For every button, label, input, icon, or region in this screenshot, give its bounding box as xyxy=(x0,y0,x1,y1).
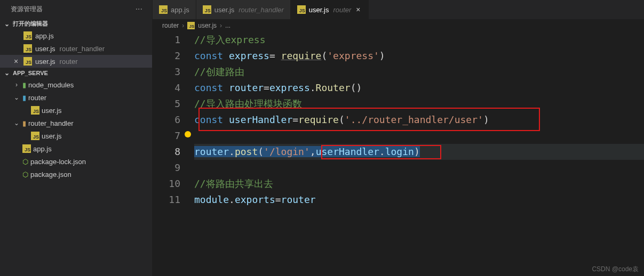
code-comment: //创建路由 xyxy=(194,66,244,77)
tree-file-pkg[interactable]: ⬡ package.json xyxy=(0,168,152,181)
js-icon: JS xyxy=(31,106,39,115)
folder-icon: ▮ xyxy=(22,94,26,102)
folder-icon: ▮ xyxy=(22,119,26,127)
tree-label: user.js xyxy=(42,132,62,140)
js-icon: JS xyxy=(23,31,32,40)
folder-icon: ▮ xyxy=(22,81,26,89)
tab-app-js[interactable]: JS app.js xyxy=(153,0,196,19)
open-editor-item[interactable]: × JS user.js router xyxy=(0,55,152,68)
chevron-down-icon: ⌄ xyxy=(13,94,20,101)
file-name: user.js xyxy=(35,58,55,66)
tree-file-app-js[interactable]: JS app.js xyxy=(0,142,152,155)
tree-label: router_handler xyxy=(28,119,74,127)
project-section[interactable]: ⌄ APP_SERVE xyxy=(0,68,152,78)
lightbulb-icon[interactable] xyxy=(185,131,191,137)
js-icon: JS xyxy=(187,22,195,29)
close-icon[interactable]: × xyxy=(354,5,362,14)
chevron-right-icon: › xyxy=(13,81,20,88)
js-icon: JS xyxy=(297,5,306,14)
tree-label: router xyxy=(28,94,46,102)
node-icon: ⬡ xyxy=(22,158,28,166)
open-editor-item[interactable]: × JS app.js xyxy=(0,29,152,42)
chevron-down-icon: ⌄ xyxy=(3,20,11,28)
js-icon: JS xyxy=(23,57,32,66)
tree-label: node_modules xyxy=(28,81,74,89)
open-editors-section[interactable]: ⌄ 打开的编辑器 xyxy=(0,18,152,29)
chevron-right-icon: › xyxy=(182,22,184,29)
crumb-router[interactable]: router xyxy=(162,22,179,29)
watermark: CSDN @code袁 xyxy=(592,265,639,274)
js-icon: JS xyxy=(159,5,168,14)
explorer-sidebar: 资源管理器 ··· ⌄ 打开的编辑器 × JS app.js × JS user… xyxy=(0,0,153,276)
tab-label: user.js xyxy=(214,6,235,14)
tree-file-rh-user[interactable]: JS user.js xyxy=(0,129,152,142)
code-comment: //将路由共享出去 xyxy=(194,178,273,189)
tree-folder-node-modules[interactable]: › ▮ node_modules xyxy=(0,78,152,91)
tree-label: app.js xyxy=(33,145,52,153)
tree-label: user.js xyxy=(42,107,62,115)
tab-user-router[interactable]: JS user.js router × xyxy=(291,0,369,19)
explorer-header: 资源管理器 ··· xyxy=(0,0,152,18)
tab-bar: JS app.js JS user.js router_handler JS u… xyxy=(153,0,644,19)
tree-file-router-user[interactable]: JS user.js xyxy=(0,104,152,117)
open-editor-item[interactable]: × JS user.js router_handler xyxy=(0,42,152,55)
tree-folder-router-handler[interactable]: ⌄ ▮ router_handler xyxy=(0,117,152,129)
code-editor[interactable]: 1234567891011 //导入express const express=… xyxy=(153,32,644,276)
line-gutter: 1234567891011 xyxy=(153,32,194,276)
file-name: user.js xyxy=(35,45,55,53)
tab-label: user.js xyxy=(309,6,329,14)
tab-user-router-handler[interactable]: JS user.js router_handler xyxy=(196,0,291,19)
code-comment: //导入express xyxy=(194,34,266,45)
js-icon: JS xyxy=(31,132,39,140)
chevron-down-icon: ⌄ xyxy=(3,69,11,77)
chevron-down-icon: ⌄ xyxy=(13,119,20,127)
crumb-more[interactable]: ... xyxy=(225,22,230,29)
tree-label: package.json xyxy=(30,171,71,178)
tree-folder-router[interactable]: ⌄ ▮ router xyxy=(0,91,152,104)
js-icon: JS xyxy=(23,44,32,53)
explorer-title: 资源管理器 xyxy=(11,5,43,14)
editor-main: JS app.js JS user.js router_handler JS u… xyxy=(153,0,644,276)
tree-label: package-lock.json xyxy=(30,158,86,166)
chevron-right-icon: › xyxy=(220,22,222,29)
tree-file-pkg-lock[interactable]: ⬡ package-lock.json xyxy=(0,155,152,168)
tab-folder: router_handler xyxy=(238,6,284,14)
more-icon[interactable]: ··· xyxy=(133,4,145,14)
file-folder: router xyxy=(60,58,78,66)
js-icon: JS xyxy=(22,144,31,153)
file-name: app.js xyxy=(35,32,54,40)
node-icon: ⬡ xyxy=(22,171,28,178)
project-label: APP_SERVE xyxy=(13,70,48,76)
tab-folder: router xyxy=(333,6,351,14)
js-icon: JS xyxy=(203,5,211,14)
tab-label: app.js xyxy=(171,6,189,14)
close-icon[interactable]: × xyxy=(12,57,20,66)
breadcrumb[interactable]: router › JS user.js › ... xyxy=(153,19,644,32)
code-content[interactable]: //导入express const express= require('expr… xyxy=(194,32,644,276)
crumb-file[interactable]: user.js xyxy=(198,22,217,29)
code-comment: //导入路由处理模块函数 xyxy=(194,98,302,109)
open-editors-label: 打开的编辑器 xyxy=(13,20,48,28)
file-folder: router_handler xyxy=(60,45,105,53)
